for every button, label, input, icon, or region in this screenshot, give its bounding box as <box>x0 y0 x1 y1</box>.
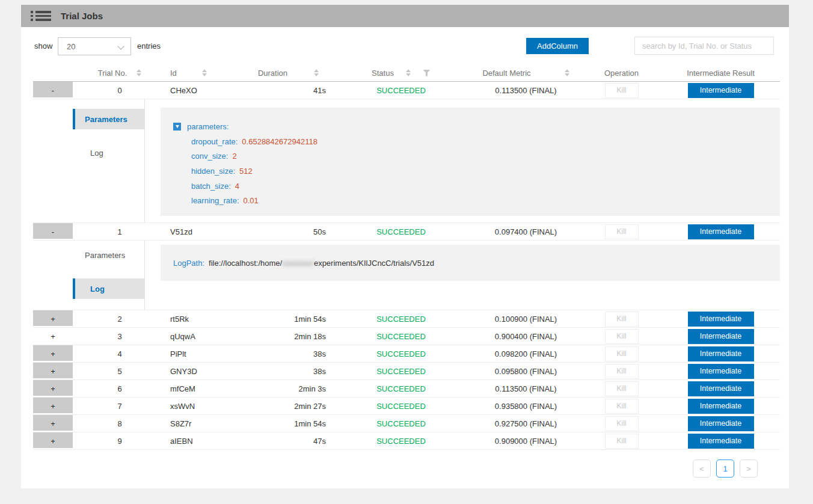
tab-parameters[interactable]: Parameters <box>73 109 144 129</box>
tab-parameters[interactable]: Parameters <box>73 245 144 265</box>
column-header-expander <box>33 64 73 81</box>
parameters-panel: parameters: dropout_rate: 0.652884267294… <box>161 108 780 216</box>
sort-icon[interactable] <box>137 69 141 76</box>
metric-cell: 0.900400 (FINAL) <box>470 328 581 345</box>
tree-collapse-icon[interactable] <box>173 123 181 131</box>
duration-cell: 1min 54s <box>245 310 332 327</box>
table-row: + 4 PiPlt 38s SUCCEEDED 0.098200 (FINAL)… <box>33 345 780 363</box>
metric-cell: 0.100900 (FINAL) <box>470 310 581 327</box>
table-row: + 7 xsWvN 2min 27s SUCCEEDED 0.935800 (F… <box>33 398 780 415</box>
kill-button[interactable]: Kill <box>605 399 639 414</box>
trial-no-cell: 5 <box>73 363 167 380</box>
redacted-path-segment: xxxx/xxx/ <box>282 259 314 268</box>
sort-icon[interactable] <box>406 69 411 76</box>
row-expander-button[interactable]: + <box>33 398 73 414</box>
row-expander-button[interactable]: - <box>33 223 73 240</box>
intermediate-button[interactable]: Intermediate <box>688 364 754 379</box>
list-icon <box>31 11 51 21</box>
kill-button[interactable]: Kill <box>605 329 639 344</box>
pagination: < 1 > <box>693 459 758 478</box>
param-key: batch_size: <box>191 182 231 191</box>
intermediate-button[interactable]: Intermediate <box>688 381 754 396</box>
row-expander-button[interactable]: + <box>33 380 73 397</box>
status-cell: SUCCEEDED <box>332 363 470 380</box>
row-expander-button[interactable]: + <box>33 363 73 380</box>
sort-icon[interactable] <box>314 69 319 76</box>
table-row: + 8 S8Z7r 1min 54s SUCCEEDED 0.927500 (F… <box>33 415 780 432</box>
trial-no-cell: 0 <box>73 82 167 99</box>
duration-cell: 41s <box>245 82 332 99</box>
table-row: + 6 mfCeM 2min 3s SUCCEEDED 0.113500 (FI… <box>33 380 780 398</box>
duration-cell: 38s <box>245 363 332 380</box>
column-label: Duration <box>258 69 287 78</box>
intermediate-button[interactable]: Intermediate <box>688 399 754 414</box>
page-size-select[interactable]: 20 <box>58 37 131 55</box>
logpath-key: LogPath: <box>173 259 204 268</box>
status-cell: SUCCEEDED <box>332 310 470 327</box>
intermediate-button[interactable]: Intermediate <box>688 224 754 239</box>
parameter-line: learning_rate: 0.01 <box>191 193 768 208</box>
sort-icon[interactable] <box>202 69 207 76</box>
table-row: + 2 rt5Rk 1min 54s SUCCEEDED 0.100900 (F… <box>33 310 780 328</box>
row-expander-button[interactable]: + <box>33 345 73 362</box>
trial-no-cell: 2 <box>73 310 167 327</box>
intermediate-button[interactable]: Intermediate <box>688 416 754 431</box>
metric-cell: 0.095800 (FINAL) <box>470 363 581 380</box>
kill-button[interactable]: Kill <box>605 83 639 98</box>
tab-log[interactable]: Log <box>73 143 144 163</box>
kill-button[interactable]: Kill <box>605 416 639 431</box>
id-cell: V51zd <box>167 223 245 240</box>
parameter-line: dropout_rate: 0.6528842672942118 <box>191 134 768 149</box>
column-header-default-metric[interactable]: Default Metric <box>470 64 581 81</box>
trials-table: Trial No. Id Duration Status Defa <box>33 64 780 450</box>
status-cell: SUCCEEDED <box>332 345 470 362</box>
intermediate-button[interactable]: Intermediate <box>688 346 754 361</box>
row-expander-button[interactable]: - <box>33 82 73 99</box>
kill-button[interactable]: Kill <box>605 364 639 379</box>
tab-log[interactable]: Log <box>73 278 144 299</box>
intermediate-button[interactable]: Intermediate <box>688 83 754 98</box>
kill-button[interactable]: Kill <box>605 312 639 327</box>
column-header-trial-no[interactable]: Trial No. <box>73 64 167 81</box>
kill-button[interactable]: Kill <box>605 346 639 361</box>
intermediate-button[interactable]: Intermediate <box>688 434 754 449</box>
logpath-value: file://localhost:/home/xxxx/xxx/experime… <box>209 259 434 268</box>
trial-no-cell: 4 <box>73 345 167 362</box>
pagination-page-1[interactable]: 1 <box>716 459 734 478</box>
metric-cell: 0.113500 (FINAL) <box>470 82 581 99</box>
column-header-status[interactable]: Status <box>332 64 470 81</box>
intermediate-button[interactable]: Intermediate <box>688 312 754 327</box>
row-expander-button[interactable]: + <box>33 415 73 432</box>
parameter-line: batch_size: 4 <box>191 179 768 194</box>
row-detail-log: Parameters Log LogPath: file://localhost… <box>33 241 780 310</box>
detail-tabs: Parameters Log <box>73 241 145 310</box>
parameter-line: conv_size: 2 <box>191 149 768 164</box>
param-value: 0.6528842672942118 <box>242 137 318 146</box>
panel-titlebar: Trial Jobs <box>21 5 789 27</box>
row-expander-button[interactable]: + <box>33 328 73 345</box>
pagination-next-button[interactable]: > <box>740 459 758 478</box>
sort-icon[interactable] <box>565 69 569 76</box>
row-expander-button[interactable]: + <box>33 432 73 449</box>
id-cell: aIEBN <box>167 432 245 449</box>
column-header-id[interactable]: Id <box>167 64 245 81</box>
id-cell: xsWvN <box>167 398 245 414</box>
column-label: Operation <box>604 69 639 78</box>
search-input[interactable] <box>634 37 774 55</box>
trial-jobs-panel: Trial Jobs show 20 entries AddColumn Tri… <box>21 5 789 488</box>
intermediate-button[interactable]: Intermediate <box>688 329 754 344</box>
metric-cell: 0.098200 (FINAL) <box>470 345 581 362</box>
duration-cell: 50s <box>245 223 332 240</box>
page: Trial Jobs show 20 entries AddColumn Tri… <box>0 0 813 504</box>
column-header-duration[interactable]: Duration <box>245 64 332 81</box>
filter-icon[interactable] <box>423 70 431 76</box>
add-column-button[interactable]: AddColumn <box>526 38 589 54</box>
kill-button[interactable]: Kill <box>605 224 639 239</box>
pagination-prev-button[interactable]: < <box>693 459 711 478</box>
row-expander-button[interactable]: + <box>33 310 73 327</box>
id-cell: S8Z7r <box>167 415 245 432</box>
page-size-value: 20 <box>67 42 75 51</box>
kill-button[interactable]: Kill <box>605 434 639 449</box>
metric-cell: 0.097400 (FINAL) <box>470 223 581 240</box>
kill-button[interactable]: Kill <box>605 381 639 396</box>
